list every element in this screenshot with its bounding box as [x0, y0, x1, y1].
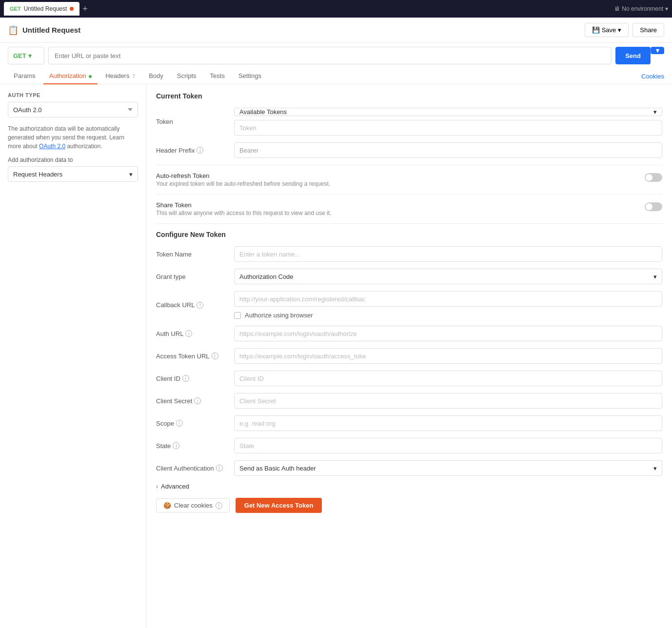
grant-type-arrow-icon: ▾	[653, 273, 657, 280]
share-token-toggle[interactable]	[645, 202, 662, 211]
header-prefix-info-icon[interactable]: i	[197, 147, 203, 154]
share-token-row: Share Token This will allow anyone with …	[156, 201, 662, 216]
advanced-row[interactable]: › Advanced	[156, 483, 662, 490]
advanced-label: Advanced	[161, 483, 189, 490]
callback-url-label: Callback URL i	[156, 301, 234, 309]
tab-headers[interactable]: Headers 7	[99, 68, 141, 84]
auto-refresh-desc: Your expired token will be auto-refreshe…	[156, 180, 645, 187]
access-token-url-input[interactable]	[234, 348, 662, 364]
client-auth-row: Client Authentication i Send as Basic Au…	[156, 460, 662, 476]
auth-type-group: Auth Type OAuth 2.0 No Auth API Key Bear…	[8, 92, 138, 118]
url-bar: GET ▾ Send ▾	[8, 47, 664, 64]
request-icon: 📋	[8, 25, 19, 36]
tab-untitled-request[interactable]: GET Untitled Request	[4, 2, 79, 16]
client-secret-input[interactable]	[234, 393, 662, 409]
env-label: No environment	[622, 5, 663, 12]
header-prefix-input[interactable]	[234, 142, 662, 158]
cookies-link[interactable]: Cookies	[641, 73, 664, 80]
send-dropdown-button[interactable]: ▾	[651, 47, 664, 54]
clear-cookies-button[interactable]: 🍪 Clear cookies i	[156, 498, 230, 512]
right-panel: Current Token Token Available Tokens ▾ H…	[146, 84, 672, 628]
tab-body[interactable]: Body	[143, 68, 169, 84]
share-token-title: Share Token	[156, 201, 645, 209]
token-dropdown[interactable]: Available Tokens ▾	[234, 108, 662, 116]
send-button[interactable]: Send	[615, 47, 651, 64]
client-auth-info-icon[interactable]: i	[216, 465, 223, 471]
tab-method: GET	[10, 6, 21, 12]
token-name-label: Token Name	[156, 251, 234, 258]
client-auth-select[interactable]: Send as Basic Auth header ▾	[234, 460, 662, 476]
divider-1	[156, 165, 662, 165]
token-field-row: Token Available Tokens ▾	[156, 108, 662, 136]
state-row: State i	[156, 438, 662, 453]
url-input[interactable]	[48, 47, 612, 64]
add-auth-arrow-icon: ▾	[129, 171, 133, 178]
app-header: 📋 Untitled Request 💾 Save ▾ Share	[0, 18, 672, 43]
get-new-access-token-button[interactable]: Get New Access Token	[236, 498, 322, 513]
client-id-label: Client ID i	[156, 375, 234, 382]
save-button[interactable]: 💾 Save ▾	[585, 23, 629, 37]
advanced-chevron-icon: ›	[156, 483, 158, 490]
token-label: Token	[156, 118, 234, 125]
share-button[interactable]: Share	[632, 23, 664, 37]
save-icon: 💾	[592, 26, 600, 34]
access-token-url-info-icon[interactable]: i	[212, 353, 218, 359]
authorize-browser-row: Authorize using browser	[234, 312, 662, 319]
scope-info-icon[interactable]: i	[176, 420, 183, 427]
grant-type-row: Grant type Authorization Code ▾	[156, 269, 662, 284]
client-auth-arrow-icon: ▾	[653, 465, 657, 472]
left-panel: Auth Type OAuth 2.0 No Auth API Key Bear…	[0, 84, 146, 628]
header-prefix-row: Header Prefix i	[156, 142, 662, 158]
add-auth-label: Add authorization data to	[8, 157, 138, 163]
token-value-input[interactable]	[234, 120, 662, 136]
method-label: GET	[13, 52, 26, 59]
state-info-icon[interactable]: i	[173, 442, 179, 449]
client-id-info-icon[interactable]: i	[182, 375, 189, 382]
tab-title: Untitled Request	[24, 5, 67, 12]
access-token-url-row: Access Token URL i	[156, 348, 662, 364]
state-input[interactable]	[234, 438, 662, 453]
add-auth-select[interactable]: Request Headers ▾	[8, 166, 138, 182]
access-token-url-label: Access Token URL i	[156, 353, 234, 360]
callback-url-row: Callback URL i Authorize using browser	[156, 291, 662, 319]
auth-info-text: The authorization data will be automatic…	[8, 124, 138, 151]
tab-tests[interactable]: Tests	[204, 68, 231, 84]
client-secret-label: Client Secret i	[156, 397, 234, 405]
tab-authorization[interactable]: Authorization	[43, 68, 98, 84]
auto-refresh-toggle[interactable]	[645, 173, 662, 182]
method-selector[interactable]: GET ▾	[8, 47, 44, 64]
tab-bar: GET Untitled Request + 🖥 No environment …	[0, 0, 672, 18]
authorize-browser-checkbox[interactable]	[234, 312, 241, 319]
callback-url-input[interactable]	[234, 291, 662, 307]
client-id-input[interactable]	[234, 371, 662, 386]
scope-input[interactable]	[234, 415, 662, 431]
environment-selector[interactable]: 🖥 No environment ▾	[614, 5, 668, 12]
token-name-input[interactable]	[234, 246, 662, 262]
oauth-info-link[interactable]: OAuth 2.0	[39, 143, 65, 150]
auth-type-select[interactable]: OAuth 2.0 No Auth API Key Bearer Token B…	[8, 102, 138, 118]
callback-url-info-icon[interactable]: i	[197, 302, 203, 309]
header-right: 💾 Save ▾ Share	[585, 23, 664, 37]
auto-refresh-row: Auto-refresh Token Your expired token wi…	[156, 172, 662, 187]
save-arrow-icon: ▾	[618, 26, 621, 34]
add-tab-button[interactable]: +	[82, 4, 88, 14]
divider-3	[156, 223, 662, 224]
auto-refresh-title: Auto-refresh Token	[156, 172, 645, 179]
tab-settings[interactable]: Settings	[233, 68, 267, 84]
env-chevron-icon: ▾	[665, 5, 668, 12]
client-secret-info-icon[interactable]: i	[194, 397, 201, 404]
clear-cookies-info-icon[interactable]: i	[216, 502, 222, 509]
method-arrow-icon: ▾	[28, 52, 32, 59]
auth-url-info-icon[interactable]: i	[185, 330, 192, 337]
grant-type-select[interactable]: Authorization Code ▾	[234, 269, 662, 284]
share-token-desc: This will allow anyone with access to th…	[156, 210, 645, 216]
scope-row: Scope i	[156, 415, 662, 431]
tab-params[interactable]: Params	[8, 68, 41, 84]
auth-url-label: Auth URL i	[156, 330, 234, 337]
nav-tabs: Params Authorization Headers 7 Body Scri…	[0, 68, 672, 84]
tab-scripts[interactable]: Scripts	[171, 68, 202, 84]
auth-type-label: Auth Type	[8, 92, 138, 98]
configure-token-title: Configure New Token	[156, 231, 662, 238]
clear-cookies-icon: 🍪	[163, 502, 171, 509]
auth-url-input[interactable]	[234, 326, 662, 341]
